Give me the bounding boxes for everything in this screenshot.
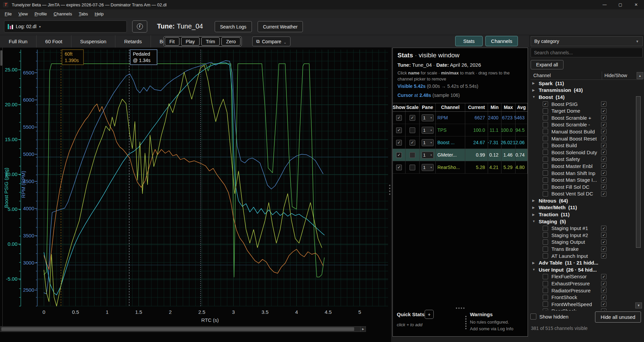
scroll-down-icon[interactable]: ▼ (635, 302, 642, 308)
hideshow-checkbox[interactable]: ✓ (601, 308, 606, 310)
scale-checkbox[interactable]: ✓ (410, 115, 415, 121)
collapse-icon[interactable]: ▼ (532, 268, 537, 271)
plot-checkbox[interactable] (543, 184, 548, 189)
hideshow-checkbox[interactable]: ✓ (601, 246, 606, 252)
plot-checkbox[interactable] (543, 129, 548, 134)
show-hidden-checkbox[interactable] (530, 314, 536, 320)
channel-rearshock[interactable]: ✓RearShock✓ (531, 308, 643, 310)
plot-checkbox[interactable] (543, 136, 548, 141)
expand-icon[interactable]: ▶ (532, 89, 537, 92)
play-button[interactable]: Play (181, 37, 200, 46)
hideshow-checkbox[interactable]: ✓ (601, 191, 606, 196)
plot-checkbox[interactable] (543, 170, 548, 176)
stats-row-gmeter[interactable]: ✓1▾GMeter...0.990.121.460.74 (393, 149, 528, 161)
current-value[interactable]: 0.99 (465, 149, 488, 161)
stats-panel-button[interactable]: Stats (455, 36, 483, 46)
plot-checkbox[interactable] (543, 274, 548, 279)
plot-checkbox[interactable]: ✓ (543, 101, 548, 107)
tab-full-run[interactable]: Full Run (0, 35, 37, 48)
channel-boost-psig[interactable]: ✓Boost PSIG✓ (531, 101, 643, 108)
hideshow-checkbox[interactable]: ✓ (601, 184, 606, 189)
maximize-icon[interactable]: ▢ (612, 0, 628, 9)
hideshow-checkbox[interactable]: ✓ (601, 239, 606, 245)
section-resize-handle[interactable] (456, 307, 465, 309)
category-adv-table[interactable]: ▶Adv Table(11 · 21 hidd... (531, 259, 643, 266)
expand-icon[interactable]: ▶ (532, 81, 537, 85)
plot-checkbox[interactable] (543, 157, 548, 162)
channel-name[interactable]: TPS (436, 124, 465, 136)
current-value[interactable]: 100.0 (465, 124, 488, 136)
scroll-up-icon[interactable]: ▲ (637, 72, 643, 79)
plot-checkbox[interactable] (543, 295, 548, 300)
search-channels-input[interactable] (531, 48, 643, 57)
avg-value[interactable]: 5463 (516, 112, 528, 124)
hideshow-checkbox[interactable]: ✓ (601, 157, 606, 162)
plot-checkbox[interactable] (543, 301, 548, 307)
plot-checkbox[interactable] (543, 232, 548, 238)
timeseries-chart[interactable]: 25.0020.0015.0010.005.000.00-5.006500600… (0, 48, 391, 342)
expand-icon[interactable]: ▶ (532, 213, 537, 216)
show-checkbox[interactable]: ✓ (396, 127, 402, 133)
menu-file[interactable]: File (1, 10, 15, 18)
chart-area[interactable]: 25.0020.0015.0010.005.000.00-5.006500600… (0, 48, 391, 342)
log-selector[interactable]: Log: 02.dl ▾ (4, 20, 127, 33)
menu-channels[interactable]: Channels (50, 10, 75, 18)
menu-profile[interactable]: Profile (31, 10, 50, 18)
log-info-button[interactable]: i (132, 20, 147, 33)
scale-checkbox[interactable] (410, 152, 415, 158)
channel-boost-scramble-+[interactable]: Boost Scramble +✓ (531, 114, 643, 121)
hideshow-checkbox[interactable]: ✓ (601, 101, 606, 107)
plot-checkbox[interactable] (543, 239, 548, 245)
channel-flexfuelsensor[interactable]: FlexFuelSensor✓ (531, 273, 643, 280)
expand-icon[interactable]: ▶ (532, 199, 537, 202)
pane-select[interactable]: 1▾ (422, 152, 434, 159)
zero-button[interactable]: Zero (221, 37, 240, 46)
hideshow-checkbox[interactable]: ✓ (601, 232, 606, 238)
channel-staging-output[interactable]: Staging Output✓ (531, 239, 643, 246)
channel-name[interactable]: GMeter... (436, 149, 465, 161)
max-value[interactable]: 1.46 (501, 149, 516, 161)
channel-name[interactable]: RearSho... (436, 161, 465, 173)
menu-tabs[interactable]: Tabs (75, 10, 91, 18)
plot-checkbox[interactable] (543, 281, 548, 286)
max-value[interactable]: 6723 (501, 112, 516, 124)
channel-staging-input-#2[interactable]: Staging Input #2✓ (531, 232, 643, 239)
category-user-input[interactable]: ▼User Input(26 · 54 hid... (531, 266, 643, 273)
channel-frontwheelspeed[interactable]: FrontWheelSpeed✓ (531, 301, 643, 308)
minimize-icon[interactable]: — (597, 0, 612, 9)
channel-manual-boost-reset[interactable]: Manual Boost Reset✓ (531, 135, 643, 142)
hide-all-unused-button[interactable]: Hide all unused (595, 311, 641, 323)
channel-boost-safety[interactable]: Boost Safety✓ (531, 156, 643, 163)
plot-checkbox[interactable] (543, 226, 548, 231)
plot-checkbox[interactable] (543, 108, 548, 114)
hideshow-checkbox[interactable]: ✓ (601, 163, 606, 169)
hideshow-checkbox[interactable]: ✓ (601, 136, 606, 141)
hideshow-checkbox[interactable]: ✓ (601, 115, 606, 120)
channel-boost-scramble--[interactable]: Boost Scramble -✓ (531, 121, 643, 128)
hideshow-checkbox[interactable]: ✓ (601, 226, 606, 231)
scale-checkbox[interactable]: ✓ (410, 140, 415, 146)
stats-row-boost[interactable]: ✓✓1▾Boost ...24.67-7.3126.0212.06 (393, 136, 528, 149)
category-transmission[interactable]: ▶Transmission(43) (531, 87, 643, 94)
plot-checkbox[interactable] (543, 122, 548, 127)
channel-boost-vent-sol-dc[interactable]: Boost Vent Sol DC✓ (531, 190, 643, 197)
chart-left-scroll-thumb[interactable] (0, 50, 2, 66)
plot-checkbox[interactable]: ✓ (543, 308, 548, 310)
channel-frontshock[interactable]: FrontShock✓ (531, 294, 643, 301)
pane-select[interactable]: 1▾ (422, 139, 434, 146)
hideshow-checkbox[interactable]: ✓ (601, 150, 606, 155)
tab-retards[interactable]: Retards (115, 35, 151, 48)
min-value[interactable]: 11.1 (488, 124, 501, 136)
avg-value[interactable]: 12.06 (516, 136, 528, 149)
plot-checkbox[interactable] (543, 246, 548, 252)
pane-select[interactable]: 1▾ (422, 127, 434, 134)
scale-checkbox[interactable] (410, 165, 415, 170)
avg-value[interactable]: 94.5 (516, 124, 528, 136)
category-spark[interactable]: ▶Spark(11) (531, 80, 643, 87)
menu-help[interactable]: Help (91, 10, 107, 18)
group-by-select[interactable]: By category ▼ (531, 36, 643, 46)
hideshow-checkbox[interactable]: ✓ (601, 108, 606, 114)
min-value[interactable]: 0.12 (488, 149, 501, 161)
plot-checkbox[interactable] (543, 163, 548, 169)
collapse-icon[interactable]: ▼ (532, 220, 537, 223)
